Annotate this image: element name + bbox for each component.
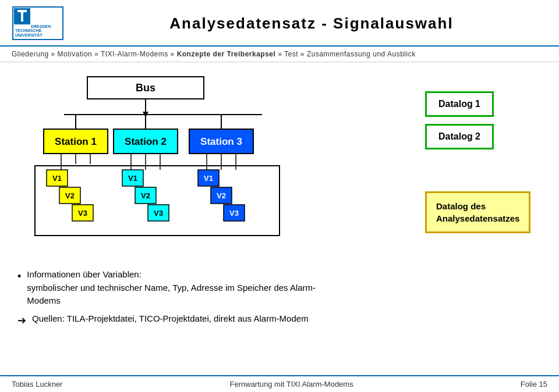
bullet-item-2: ➔ Quellen: TILA-Projektdatei, TICO-Proje… bbox=[17, 312, 542, 329]
nav-separator: » bbox=[51, 50, 58, 58]
svg-text:V1: V1 bbox=[52, 174, 62, 183]
arrow-icon: ➔ bbox=[17, 313, 26, 329]
svg-text:UNIVERSITÄT: UNIVERSITÄT bbox=[15, 33, 43, 37]
svg-text:V2: V2 bbox=[217, 191, 226, 200]
footer-right: Folie 15 bbox=[521, 380, 547, 389]
svg-text:DRESDEN: DRESDEN bbox=[31, 24, 51, 28]
nav-separator: » bbox=[94, 50, 101, 58]
svg-text:TECHNISCHE: TECHNISCHE bbox=[15, 28, 42, 33]
svg-text:Station 1: Station 1 bbox=[55, 136, 97, 147]
datalog-des-line2: Analysedatensatzes bbox=[436, 213, 519, 223]
bullet-item-1: • Informationen über Variablen: symbolis… bbox=[17, 268, 542, 308]
nav-item-test[interactable]: Test bbox=[284, 50, 298, 58]
svg-text:Station 3: Station 3 bbox=[200, 136, 242, 147]
svg-rect-3 bbox=[21, 10, 23, 22]
nav-item-tixi[interactable]: TIXI-Alarm-Modems bbox=[101, 50, 168, 58]
svg-text:V1: V1 bbox=[128, 174, 137, 183]
bullets-area: • Informationen über Variablen: symbolis… bbox=[0, 262, 559, 329]
svg-text:V2: V2 bbox=[141, 191, 150, 200]
header: TECHNISCHE UNIVERSITÄT DRESDEN Analyseda… bbox=[0, 0, 559, 47]
bullet-text-1: Informationen über Variablen: symbolisch… bbox=[27, 268, 316, 308]
svg-text:Station 2: Station 2 bbox=[125, 136, 167, 147]
datalog2-box: Datalog 2 bbox=[425, 124, 494, 149]
nav-separator: » bbox=[300, 50, 307, 58]
datalog-des-line1: Datalog des bbox=[436, 201, 486, 211]
svg-text:V3: V3 bbox=[78, 209, 87, 218]
footer-left: Tobias Luckner bbox=[12, 380, 62, 389]
svg-text:V2: V2 bbox=[65, 191, 75, 200]
footer: Tobias Luckner Fernwartung mit TIXI Alar… bbox=[0, 375, 559, 392]
nav-item-gliederung[interactable]: Gliederung bbox=[12, 50, 49, 58]
datalog-des-box: Datalog des Analysedatensatzes bbox=[425, 191, 530, 233]
diagram-area: Bus Station 1 Station 2 S bbox=[17, 74, 408, 256]
bullet-text-2: Quellen: TILA-Projektdatei, TICO-Projekt… bbox=[32, 312, 309, 326]
svg-text:V3: V3 bbox=[229, 209, 239, 218]
nav-item-motivation[interactable]: Motivation bbox=[58, 50, 93, 58]
diagram-svg: Bus Station 1 Station 2 S bbox=[17, 74, 355, 254]
svg-text:V3: V3 bbox=[154, 209, 163, 218]
svg-text:Bus: Bus bbox=[136, 82, 155, 94]
title-area: Analysedatensatz - Signalauswahl bbox=[76, 15, 547, 33]
nav-bar: Gliederung » Motivation » TIXI-Alarm-Mod… bbox=[0, 47, 559, 62]
page-title: Analysedatensatz - Signalauswahl bbox=[169, 15, 453, 32]
nav-item-zusammenfassung[interactable]: Zusammenfassung und Ausblick bbox=[307, 50, 416, 58]
datalog1-box: Datalog 1 bbox=[425, 91, 494, 117]
nav-item-konzepte[interactable]: Konzepte der Treiberkapsel bbox=[177, 50, 276, 58]
main-content: Bus Station 1 Station 2 S bbox=[0, 62, 559, 262]
nav-separator: » bbox=[278, 50, 284, 58]
bullet-icon-1: • bbox=[17, 269, 21, 284]
nav-separator: » bbox=[171, 50, 177, 58]
svg-text:V1: V1 bbox=[204, 174, 213, 183]
footer-center: Fernwartung mit TIXI Alarm-Modems bbox=[230, 380, 353, 389]
logo: TECHNISCHE UNIVERSITÄT DRESDEN bbox=[12, 6, 64, 41]
datalog-area: Datalog 1 Datalog 2 Datalog des Analysed… bbox=[425, 74, 542, 256]
